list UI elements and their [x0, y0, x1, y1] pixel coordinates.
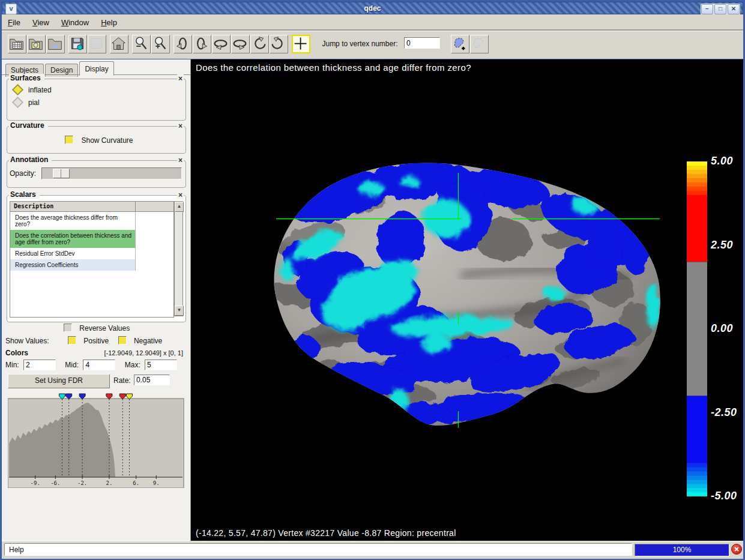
histogram-tick-label: -2.: [77, 480, 87, 486]
colorbar: [687, 161, 707, 496]
maximize-button[interactable]: □: [714, 4, 726, 14]
show-values-label: Show Values:: [5, 337, 49, 345]
annotation-close-icon[interactable]: ×: [177, 156, 184, 164]
opacity-slider-handle[interactable]: [53, 169, 70, 178]
magnifier-plus-icon: [152, 35, 168, 52]
close-button[interactable]: ✕: [728, 4, 740, 14]
min-label: Min:: [5, 361, 19, 369]
max-input[interactable]: [145, 360, 177, 370]
rotate-left-button[interactable]: [212, 35, 231, 53]
jump-to-vertex-input[interactable]: [404, 37, 440, 49]
display-panel: SubjectsDesignDisplay Surfaces × inflate…: [2, 59, 190, 541]
minimize-button[interactable]: −: [701, 4, 713, 14]
load-data-table-button[interactable]: [8, 35, 26, 53]
mid-input[interactable]: [83, 360, 115, 370]
clear-selection-button[interactable]: [470, 35, 489, 53]
scalar-row[interactable]: Regression Coefficients: [10, 259, 173, 271]
reverse-values-label: Reverse Values: [79, 324, 130, 333]
menu-help[interactable]: Help: [95, 14, 123, 30]
set-using-fdr-button[interactable]: Set Using FDR: [8, 374, 110, 388]
surface-option-label: inflated: [28, 86, 52, 94]
menubar: FileViewWindowHelp: [2, 14, 743, 31]
rotate-down-button[interactable]: [193, 35, 211, 53]
curvature-title: Curvature: [9, 121, 48, 130]
load-surface-button[interactable]: [46, 35, 65, 53]
lasso-add-icon: [451, 35, 468, 52]
surface-option-label: pial: [28, 98, 40, 107]
radio-icon[interactable]: [12, 84, 23, 95]
folder-table-icon: [8, 35, 25, 52]
negative-checkbox[interactable]: [118, 336, 127, 345]
scalar-description: Residual Error StdDev: [10, 248, 136, 259]
rate-input[interactable]: [134, 375, 170, 385]
surface-option-pial[interactable]: pial: [13, 98, 40, 109]
panel-tabs: SubjectsDesignDisplay: [5, 61, 115, 74]
scalars-close-icon[interactable]: ×: [177, 191, 184, 199]
min-input[interactable]: [23, 360, 56, 370]
threshold-row: Min: Mid: Max:: [5, 360, 185, 370]
load-annotation-button[interactable]: [27, 35, 46, 53]
colorbar-label: 2.50: [711, 239, 733, 251]
surface-option-inflated[interactable]: inflated: [13, 85, 52, 96]
rotate-up-button[interactable]: [173, 35, 192, 53]
opacity-label: Opacity:: [10, 169, 36, 178]
scalar-description: Does the average thickness differ from z…: [10, 212, 136, 230]
titlebar[interactable]: v qdec −□✕: [2, 2, 743, 14]
save-screenshot-button[interactable]: [88, 35, 106, 53]
spin-cw-icon: [270, 35, 286, 52]
histogram-tick-label: 2.: [106, 480, 112, 486]
home-icon: [110, 35, 127, 52]
window-controls: −□✕: [701, 4, 740, 15]
scalar-row[interactable]: Does the average thickness differ from z…: [10, 212, 173, 230]
histogram-tick-label: -6.: [50, 480, 60, 486]
toolbar: Jump to vertex number:: [2, 31, 743, 59]
empty-column-header: [136, 202, 173, 211]
menu-window[interactable]: Window: [55, 14, 95, 30]
show-curvature-checkbox[interactable]: [65, 136, 73, 144]
surfaces-group: Surfaces × inflatedpial: [7, 79, 186, 121]
rotate-horizontal-left-icon: [213, 35, 229, 52]
jump-to-vertex-label: Jump to vertex number:: [322, 35, 397, 48]
threshold-histogram[interactable]: -9.-6.-2.2.6.9.: [8, 393, 184, 488]
scroll-up-icon[interactable]: ▲: [175, 202, 184, 212]
show-curvature-label: Show Curvature: [81, 136, 133, 145]
progress-value: 100%: [635, 544, 729, 555]
reverse-values-checkbox[interactable]: [64, 324, 72, 332]
spin-ccw-icon: [251, 35, 267, 52]
zoom-in-button[interactable]: [151, 35, 170, 53]
rotate-horizontal-right-icon: [232, 35, 248, 52]
menu-view[interactable]: View: [26, 14, 55, 30]
description-column-header: Description: [10, 202, 136, 211]
save-button[interactable]: [68, 35, 87, 53]
surface-viewport[interactable]: Does the correlation between thickness a…: [190, 59, 743, 541]
rotate-right-button[interactable]: [231, 35, 250, 53]
positive-checkbox[interactable]: [68, 336, 76, 345]
surfaces-close-icon[interactable]: ×: [177, 74, 184, 83]
scalar-row[interactable]: Residual Error StdDev: [10, 248, 173, 259]
lasso-disabled-icon: [471, 35, 487, 52]
curvature-close-icon[interactable]: ×: [177, 122, 184, 130]
scroll-down-icon[interactable]: ▼: [175, 306, 184, 316]
add-selection-button[interactable]: [451, 35, 469, 53]
home-view-button[interactable]: [110, 35, 128, 53]
scalars-scrollbar[interactable]: ▲ ▼: [174, 201, 183, 316]
scalar-row[interactable]: Does the correlation between thickness a…: [10, 230, 173, 248]
tab-display[interactable]: Display: [79, 61, 113, 76]
scalars-table-header: Description: [10, 202, 173, 212]
spin-ccw-button[interactable]: [250, 35, 269, 53]
positive-label: Positive: [83, 337, 109, 345]
cancel-icon[interactable]: ✕: [731, 544, 742, 555]
opacity-slider[interactable]: [41, 167, 182, 179]
pick-vertex-button[interactable]: [292, 35, 310, 53]
zoom-out-button[interactable]: [132, 35, 151, 53]
surfaces-title: Surfaces: [9, 74, 44, 82]
rotate-vertical-left-icon: [174, 35, 190, 52]
spin-cw-button[interactable]: [270, 35, 288, 53]
scalars-table: Description Does the average thickness d…: [10, 201, 174, 318]
menu-file[interactable]: File: [2, 14, 26, 30]
radio-icon[interactable]: [12, 97, 23, 108]
reverse-values-row: Reverse Values: [64, 324, 130, 333]
brain-surface[interactable]: [191, 59, 743, 541]
scalars-group: Scalars × Description Does the average t…: [7, 195, 186, 322]
window-menu-icon[interactable]: v: [5, 4, 17, 14]
